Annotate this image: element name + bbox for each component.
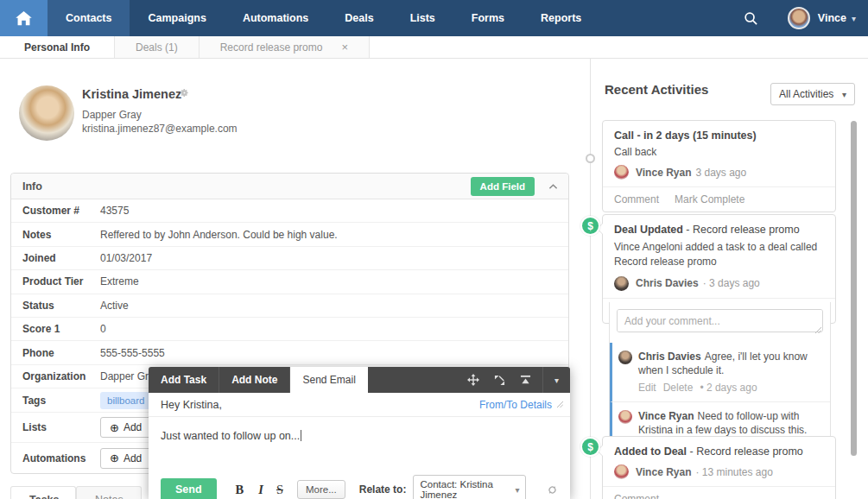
add-list-button[interactable]: ⊕ Add (100, 417, 151, 438)
add-button-label: Add (124, 452, 142, 464)
comment-input[interactable] (617, 309, 823, 332)
user-name[interactable]: Vince (818, 12, 846, 24)
contact-organization: Dapper Gray (82, 109, 142, 121)
edit-comment-link[interactable]: Edit (638, 381, 656, 395)
email-body-editor[interactable]: Just wanted to follow up on... (149, 417, 570, 471)
nav-right-group: Vince ▾ (744, 0, 868, 36)
relate-to-value: Contact: Kristina Jimenez (420, 479, 515, 499)
field-label: Status (22, 300, 100, 312)
compose-tab-send-email[interactable]: Send Email (290, 367, 367, 393)
expand-icon[interactable] (494, 375, 505, 386)
activity-time: 3 days ago (695, 167, 746, 179)
deal-dollar-icon: $ (580, 437, 600, 457)
more-button[interactable]: More... (297, 480, 345, 499)
home-button[interactable] (0, 0, 48, 36)
home-icon (16, 11, 32, 26)
activity-subtitle: Call back (614, 146, 824, 158)
field-value: 0 (100, 323, 106, 335)
nav-item-campaigns[interactable]: Campaigns (130, 0, 224, 36)
contact-email: kristina.jimenez87@example.com (82, 123, 238, 135)
nav-item-reports[interactable]: Reports (523, 0, 599, 36)
tab-tasks[interactable]: Tasks (10, 486, 76, 499)
add-automation-button[interactable]: ⊕ Add (100, 448, 151, 469)
gear-icon[interactable] (180, 88, 189, 98)
caret-down-icon: ▾ (554, 376, 559, 385)
activity-byline: Chris Davies · 3 days ago (614, 276, 824, 291)
info-panel-header: Info Add Field (11, 174, 568, 199)
compose-footer: Send B I S More... Relate to: Contact: K… (149, 471, 570, 499)
activity-filter-select[interactable]: All Activities ▾ (770, 83, 855, 105)
field-label: Joined (22, 252, 100, 264)
send-button[interactable]: Send (161, 478, 217, 499)
info-row-joined: Joined 01/03/2017 (11, 247, 568, 270)
info-row-phone: Phone 555-555-5555 (11, 341, 568, 364)
nav-item-contacts[interactable]: Contacts (48, 0, 130, 36)
contact-avatar (19, 85, 74, 141)
resize-grip-icon[interactable] (557, 401, 563, 407)
activity-author: Vince Ryan (636, 167, 691, 179)
activity-timeline (590, 59, 591, 499)
activity-card-footer: Comment (603, 486, 835, 499)
tab-record-release-promo[interactable]: Record release promo × (200, 36, 370, 58)
tab-notes[interactable]: Notes (76, 486, 142, 499)
relate-to-select[interactable]: Contact: Kristina Jimenez ▾ (413, 475, 526, 499)
caret-down-icon: ▾ (842, 90, 846, 99)
field-label: Customer # (22, 205, 100, 217)
tab-deals[interactable]: Deals (1) (115, 36, 200, 58)
search-button[interactable] (744, 11, 758, 26)
nav-item-automations[interactable]: Automations (225, 0, 326, 36)
from-to-details-link[interactable]: From/To Details (479, 399, 552, 411)
tag-label: billboard (107, 395, 144, 406)
nav-item-deals[interactable]: Deals (326, 0, 391, 36)
info-row-score: Score 1 0 (11, 318, 568, 341)
compose-menu-button[interactable]: ▾ (542, 367, 570, 393)
italic-button[interactable]: I (258, 483, 263, 497)
strikethrough-button[interactable]: S (276, 483, 283, 497)
compose-window-controls (467, 367, 542, 393)
avatar (614, 464, 629, 479)
field-value: Reffered to by John Anderson. Could be h… (100, 229, 338, 241)
activity-card-footer: Comment Mark Complete (603, 186, 835, 212)
field-label: Product Tier (22, 275, 100, 287)
bold-button[interactable]: B (236, 483, 244, 497)
field-value: Active (100, 300, 129, 312)
activity-card-call: Call - in 2 days (15 minutes) Call back … (602, 120, 836, 212)
activity-title: Deal Updated - Record release promo (614, 224, 824, 236)
comment-item: Chris DaviesAgree, i'll let you know whe… (610, 343, 830, 401)
compose-tab-add-task[interactable]: Add Task (149, 367, 219, 393)
comment-link[interactable]: Comment (614, 193, 659, 205)
sidebar-scrollbar[interactable] (851, 121, 857, 456)
comment-link[interactable]: Comment (614, 493, 659, 499)
dock-top-icon[interactable] (520, 375, 531, 385)
delete-comment-link[interactable]: Delete (663, 381, 694, 395)
mark-complete-link[interactable]: Mark Complete (675, 193, 744, 205)
refresh-icon[interactable] (547, 484, 558, 496)
nav-item-forms[interactable]: Forms (453, 0, 523, 36)
tab-personal-info[interactable]: Personal Info (0, 36, 115, 58)
chevron-up-icon (548, 183, 558, 190)
user-avatar[interactable] (788, 7, 810, 29)
field-label: Notes (22, 229, 100, 241)
email-body-text: Just wanted to follow up on... (161, 430, 300, 442)
email-greeting-text[interactable]: Hey Kristina, (161, 399, 222, 411)
close-tab-icon[interactable]: × (341, 41, 348, 54)
avatar (614, 165, 629, 180)
search-icon (744, 11, 758, 26)
activity-byline: Vince Ryan 3 days ago (614, 165, 824, 180)
nav-item-lists[interactable]: Lists (392, 0, 453, 36)
field-value: 01/03/2017 (100, 252, 152, 264)
comment-author: Vince Ryan (638, 410, 694, 422)
info-row-product-tier: Product Tier Extreme (11, 270, 568, 294)
add-field-button[interactable]: Add Field (471, 177, 535, 196)
collapse-panel-button[interactable] (548, 183, 558, 190)
avatar (618, 410, 632, 424)
compose-header: Add Task Add Note Send Email ▾ (149, 367, 570, 393)
compose-tab-add-note[interactable]: Add Note (219, 367, 290, 393)
comment-time: • 2 days ago (700, 381, 757, 395)
field-label: Score 1 (22, 323, 100, 335)
field-label: Automations (22, 452, 100, 464)
user-menu-caret-icon[interactable]: ▾ (852, 14, 856, 23)
resize-grip-icon[interactable] (815, 327, 821, 333)
add-button-label: Add (124, 421, 142, 433)
move-icon[interactable] (467, 374, 479, 386)
